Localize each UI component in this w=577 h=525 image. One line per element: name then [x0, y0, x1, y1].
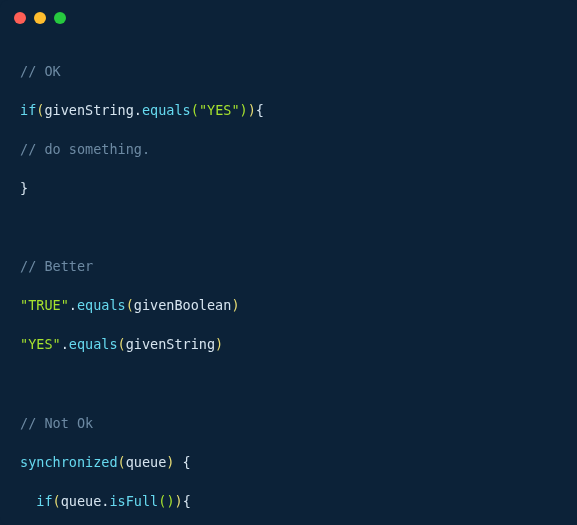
maximize-icon[interactable]: [54, 12, 66, 24]
dot: .: [61, 336, 69, 352]
keyword-if: if: [36, 493, 52, 509]
code-line: // OK: [20, 62, 557, 82]
paren-close: ): [248, 102, 256, 118]
titlebar: [0, 0, 577, 36]
string-literal: "YES": [199, 102, 240, 118]
paren-close: ): [240, 102, 248, 118]
code-area: // OK if(givenString.equals("YES")){ // …: [0, 36, 577, 525]
code-line: // do something.: [20, 140, 557, 160]
blank-line: [20, 375, 557, 395]
string-literal: "YES": [20, 336, 61, 352]
terminal-window: // OK if(givenString.equals("YES")){ // …: [0, 0, 577, 525]
comment-text: // OK: [20, 63, 61, 79]
brace-open: {: [183, 493, 191, 509]
identifier: queue: [126, 454, 167, 470]
code-line: synchronized(queue) {: [20, 453, 557, 473]
code-line: // Better: [20, 257, 557, 277]
paren-open: (: [118, 336, 126, 352]
close-icon[interactable]: [14, 12, 26, 24]
comment-text: // Better: [20, 258, 93, 274]
method-name: equals: [69, 336, 118, 352]
indent: [20, 493, 36, 509]
keyword-if: if: [20, 102, 36, 118]
paren-close: ): [175, 493, 183, 509]
space: [174, 454, 182, 470]
brace-open: {: [183, 454, 191, 470]
method-name: equals: [77, 297, 126, 313]
comment-text: // Not Ok: [20, 415, 93, 431]
code-line: if(givenString.equals("YES")){: [20, 101, 557, 121]
code-line: "TRUE".equals(givenBoolean): [20, 296, 557, 316]
dot: .: [69, 297, 77, 313]
dot: .: [134, 102, 142, 118]
identifier: queue: [61, 493, 102, 509]
paren-open: (: [118, 454, 126, 470]
brace-close: }: [20, 180, 28, 196]
code-line: }: [20, 179, 557, 199]
string-literal: "TRUE": [20, 297, 69, 313]
blank-line: [20, 218, 557, 238]
comment-text: // do something.: [20, 141, 150, 157]
paren-close: ): [215, 336, 223, 352]
keyword-synchronized: synchronized: [20, 454, 118, 470]
code-line: if(queue.isFull()){: [20, 492, 557, 512]
identifier: givenString: [126, 336, 215, 352]
method-name: isFull: [109, 493, 158, 509]
code-line: "YES".equals(givenString): [20, 335, 557, 355]
paren-close: ): [166, 493, 174, 509]
minimize-icon[interactable]: [34, 12, 46, 24]
code-line: // Not Ok: [20, 414, 557, 434]
brace-open: {: [256, 102, 264, 118]
paren-close: ): [231, 297, 239, 313]
paren-open: (: [126, 297, 134, 313]
paren-open: (: [191, 102, 199, 118]
method-name: equals: [142, 102, 191, 118]
identifier: givenBoolean: [134, 297, 232, 313]
paren-open: (: [53, 493, 61, 509]
identifier: givenString: [44, 102, 133, 118]
